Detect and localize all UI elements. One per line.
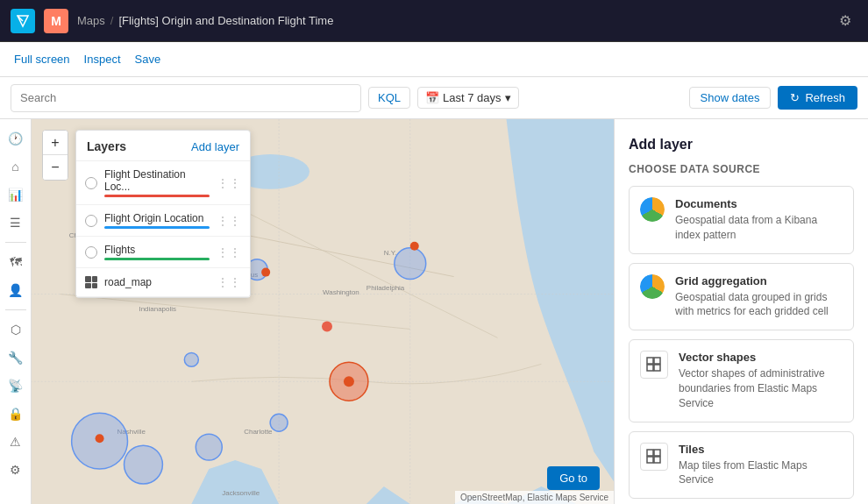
grid-description: Geospatial data grouped in grids with me… — [675, 290, 843, 320]
left-sidebar: 🕐 ⌂ 📊 ☰ 🗺 👤 ⬡ 🔧 📡 🔒 ⚠ ⚙ — [0, 119, 32, 504]
svg-text:Philadelphia: Philadelphia — [366, 284, 405, 292]
documents-title: Documents — [675, 197, 843, 210]
sidebar-divider-2 — [5, 309, 26, 310]
svg-text:N.Y.: N.Y. — [384, 249, 396, 257]
svg-point-21 — [395, 248, 426, 280]
search-input[interactable] — [11, 84, 361, 112]
layers-title: Layers — [87, 139, 126, 153]
drag-handle-icon-2: ⋮⋮ — [217, 214, 241, 228]
tiles-title: Tiles — [679, 443, 843, 456]
toolbar: KQL 📅 Last 7 days ▾ Show dates ↻ Refresh — [0, 77, 868, 119]
source-card-vector[interactable]: Vector shapes Vector shapes of administr… — [629, 339, 854, 422]
breadcrumb: Maps / [Flights] Origin and Destination … — [77, 14, 333, 27]
date-range-picker[interactable]: 📅 Last 7 days ▾ — [417, 87, 519, 109]
source-card-documents[interactable]: Documents Geospatial data from a Kibana … — [629, 186, 854, 254]
zoom-in-button[interactable]: + — [43, 131, 68, 155]
map-area[interactable]: Chicago Indianapolis Columbus Washington… — [32, 119, 614, 504]
svg-point-24 — [344, 376, 354, 387]
svg-point-17 — [196, 434, 222, 460]
settings-button[interactable]: ⚙ — [833, 9, 857, 33]
drag-handle-icon: ⋮⋮ — [217, 176, 241, 190]
breadcrumb-maps[interactable]: Maps — [77, 14, 105, 27]
sidebar-wrench-icon[interactable]: 🔧 — [4, 345, 28, 370]
layer-checkbox-flights[interactable] — [85, 246, 97, 259]
save-link[interactable]: Save — [135, 53, 161, 66]
add-layer-panel-title: Add layer — [629, 137, 854, 153]
zoom-out-button[interactable]: − — [43, 155, 68, 180]
add-layer-panel: Add layer Choose data source Documents G… — [614, 119, 868, 504]
source-card-grid[interactable]: Grid aggregation Geospatial data grouped… — [629, 263, 854, 331]
sidebar-alert-icon[interactable]: ⚠ — [4, 429, 28, 454]
map-zoom-controls: + − — [42, 130, 68, 181]
documents-description: Geospatial data from a Kibana index patt… — [675, 213, 843, 243]
choose-source-label: Choose data source — [629, 163, 854, 175]
layer-item-flight-dest[interactable]: Flight Destination Loc... ⋮⋮ — [76, 161, 250, 205]
sidebar-lock-icon[interactable]: 🔒 — [4, 401, 28, 426]
svg-rect-31 — [654, 358, 660, 364]
vector-text: Vector shapes Vector shapes of administr… — [679, 351, 843, 410]
svg-point-22 — [184, 352, 198, 366]
layer-name-flight-origin: Flight Origin Location — [104, 212, 210, 224]
kql-button[interactable]: KQL — [368, 87, 410, 109]
layer-indicator-flights — [104, 258, 210, 260]
svg-point-18 — [270, 414, 288, 431]
goto-button[interactable]: Go to — [547, 466, 600, 490]
layer-name-flight-dest: Flight Destination Loc... — [104, 168, 210, 193]
grid-icon — [640, 274, 665, 299]
layer-item-road-map[interactable]: road_map ⋮⋮ — [76, 268, 250, 297]
inspect-link[interactable]: Inspect — [84, 53, 121, 66]
svg-point-16 — [125, 445, 163, 484]
top-bar-right: ⚙ — [833, 9, 857, 33]
svg-text:Indianapolis: Indianapolis — [139, 306, 176, 314]
source-card-tiles[interactable]: Tiles Map tiles from Elastic Maps Servic… — [629, 431, 854, 500]
sidebar-map-icon[interactable]: 🗺 — [4, 250, 28, 274]
breadcrumb-sep: / — [110, 14, 114, 27]
sidebar-gear-icon[interactable]: ⚙ — [4, 458, 28, 482]
sidebar-time-icon[interactable]: 🕐 — [4, 126, 28, 151]
svg-point-27 — [261, 268, 270, 277]
date-range-value: Last 7 days — [443, 91, 502, 104]
tiles-description: Map tiles from Elastic Maps Service — [679, 458, 843, 488]
chevron-down-icon: ▾ — [505, 91, 511, 104]
sidebar-home-icon[interactable]: ⌂ — [4, 154, 28, 179]
refresh-button[interactable]: ↻ Refresh — [778, 86, 857, 110]
layers-header: Layers Add layer — [76, 131, 250, 161]
calendar-icon: 📅 — [425, 91, 439, 104]
layer-item-flight-origin[interactable]: Flight Origin Location ⋮⋮ — [76, 205, 250, 237]
svg-rect-34 — [647, 450, 653, 456]
sidebar-antenna-icon[interactable]: 📡 — [4, 373, 28, 398]
tiles-text: Tiles Map tiles from Elastic Maps Servic… — [679, 443, 843, 488]
svg-rect-36 — [647, 457, 653, 463]
road-map-grid-icon — [85, 276, 97, 288]
refresh-icon: ↻ — [790, 91, 800, 104]
sidebar-hex-icon[interactable]: ⬡ — [4, 317, 28, 342]
map-attribution: OpenStreetMap, Elastic Maps Service — [455, 491, 614, 504]
layer-checkbox-flight-dest[interactable] — [85, 177, 97, 189]
top-bar: M Maps / [Flights] Origin and Destinatio… — [0, 0, 868, 42]
svg-point-26 — [322, 321, 332, 331]
add-layer-button[interactable]: Add layer — [191, 140, 239, 153]
refresh-label: Refresh — [805, 91, 845, 104]
second-bar: Full screen Inspect Save — [0, 42, 868, 77]
vector-description: Vector shapes of administrative boundari… — [679, 366, 843, 410]
svg-rect-30 — [647, 358, 653, 364]
layer-item-flights[interactable]: Flights ⋮⋮ — [76, 237, 250, 268]
layer-name-road-map: road_map — [104, 276, 210, 288]
layer-name-flights: Flights — [104, 244, 210, 256]
svg-rect-37 — [654, 457, 660, 463]
app-icon: M — [44, 9, 68, 33]
show-dates-button[interactable]: Show dates — [689, 87, 772, 109]
layer-checkbox-flight-origin[interactable] — [85, 215, 97, 227]
svg-text:Washington: Washington — [323, 288, 359, 296]
svg-rect-33 — [654, 365, 660, 371]
svg-text:Jacksonville: Jacksonville — [222, 489, 260, 497]
fullscreen-link[interactable]: Full screen — [14, 53, 70, 66]
breadcrumb-current: [Flights] Origin and Destination Flight … — [118, 14, 333, 27]
sidebar-chart-icon[interactable]: 📊 — [4, 182, 28, 207]
sidebar-user-icon[interactable]: 👤 — [4, 278, 28, 302]
main-content: 🕐 ⌂ 📊 ☰ 🗺 👤 ⬡ 🔧 📡 🔒 ⚠ ⚙ — [0, 119, 868, 504]
sidebar-divider-1 — [5, 242, 26, 243]
svg-rect-35 — [654, 450, 660, 456]
svg-text:Charlotte: Charlotte — [244, 428, 273, 436]
sidebar-list-icon[interactable]: ☰ — [4, 210, 28, 235]
